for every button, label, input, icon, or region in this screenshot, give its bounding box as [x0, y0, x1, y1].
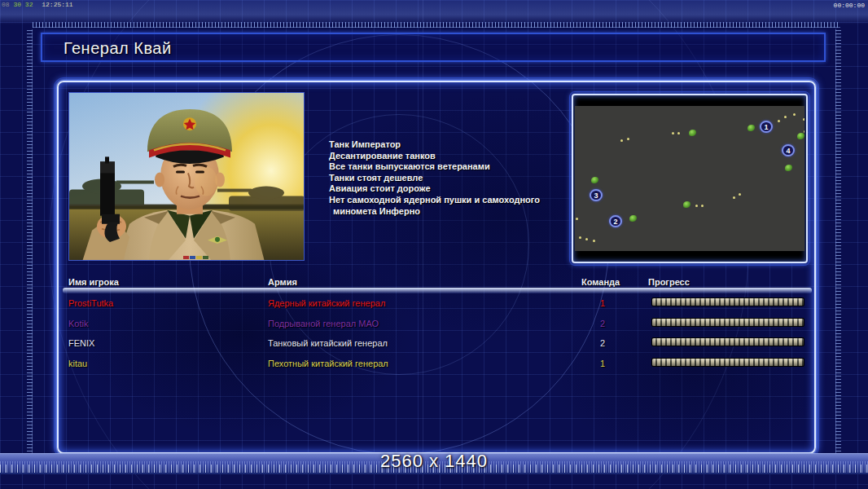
player-team: 1: [582, 298, 623, 308]
ability-line: Танки стоят дешевле: [329, 173, 583, 184]
minimap-start-marker-2: 2: [609, 215, 622, 227]
debug-frame-counter2: 30 32: [13, 1, 33, 8]
match-timer: 00:00:00: [834, 2, 865, 9]
ability-line: Танк Император: [329, 139, 583, 151]
debug-frame-counter: 08: [2, 1, 10, 8]
debug-clock: 12:25:11: [42, 1, 72, 8]
minimap-dot: [576, 218, 578, 220]
column-header-team: Команда: [581, 277, 620, 287]
column-header-player-name: Имя игрока: [68, 277, 119, 287]
minimap-dot: [677, 132, 680, 134]
minimap-dot: [585, 238, 588, 240]
minimap-start-marker-4: 4: [782, 144, 795, 156]
page-title: Генерал Квай: [64, 39, 172, 58]
minimap-dot: [793, 113, 796, 116]
player-team: 2: [582, 338, 623, 348]
minimap-panel: 1234: [572, 94, 808, 263]
ability-line: Все танки выпускаются ветеранами: [329, 161, 583, 173]
player-team: 2: [582, 319, 623, 328]
load-progress-fill: [652, 338, 804, 346]
loading-screen: 08 30 32 12:25:11 00:00:00 Генерал Квай: [0, 0, 868, 489]
load-progress-bar: [651, 337, 804, 346]
table-header-separator: [63, 288, 812, 293]
resolution-label: 2560 x 1440: [0, 451, 868, 472]
general-abilities-list: Танк Император Десантирование танков Все…: [329, 139, 583, 217]
ability-line: Авиация стоит дороже: [329, 183, 583, 195]
load-progress-bar: [651, 318, 804, 327]
ability-line: миномета Инферно: [329, 206, 583, 218]
minimap-dot: [778, 120, 780, 122]
minimap-tree: [785, 165, 792, 171]
minimap-start-marker-3: 3: [590, 189, 603, 201]
player-name: Kotik: [68, 319, 88, 328]
minimap-dot: [804, 130, 804, 133]
title-bar: Генерал Квай: [41, 33, 826, 62]
player-army: Танковый китайский генерал: [268, 338, 388, 348]
ruler-top: [33, 22, 840, 28]
minimap-tree: [683, 201, 690, 208]
load-progress-bar: [651, 358, 804, 367]
player-name: FENIX: [68, 338, 94, 348]
column-header-army: Армия: [268, 277, 297, 287]
ability-line: Нет самоходной ядерной пушки и самоходно…: [329, 195, 583, 206]
load-progress-bar: [651, 297, 804, 306]
minimap-dot: [803, 118, 804, 121]
minimap-dot: [672, 132, 674, 134]
minimap-tree: [629, 215, 637, 222]
minimap-dot: [627, 138, 629, 140]
ruler-left: [27, 29, 33, 474]
player-army: Подрываной генерал МАО: [268, 319, 379, 328]
minimap-tree: [747, 125, 755, 131]
load-progress-fill: [652, 319, 804, 326]
player-team: 1: [582, 359, 623, 368]
player-army: Пехотный китайский генерал: [268, 359, 388, 368]
minimap-dot: [593, 240, 595, 242]
player-army: Ядерный китайский генерал: [268, 298, 385, 308]
ability-line: Десантирование танков: [329, 151, 583, 162]
minimap-dot: [739, 193, 741, 196]
player-name: ProstiTutka: [68, 298, 113, 308]
column-header-progress: Прогресс: [648, 277, 690, 287]
debug-overlay-left: 08 30 32 12:25:11: [2, 1, 73, 8]
general-portrait-art: [69, 93, 305, 261]
minimap-dot: [784, 116, 787, 118]
general-portrait: [68, 92, 305, 261]
load-progress-fill: [652, 298, 804, 306]
minimap-dot: [701, 205, 704, 207]
minimap-tree: [797, 133, 804, 139]
minimap-tree: [689, 130, 696, 136]
minimap-tree: [591, 177, 598, 183]
minimap-dot: [695, 205, 698, 207]
minimap-dot: [620, 139, 623, 142]
minimap-start-marker-1: 1: [760, 121, 773, 133]
minimap-area: 1234: [575, 106, 804, 251]
minimap-dot: [579, 236, 581, 239]
minimap-dot: [733, 196, 735, 199]
load-progress-fill: [652, 359, 804, 366]
player-name: kitau: [68, 359, 87, 368]
ruler-right: [835, 29, 841, 474]
